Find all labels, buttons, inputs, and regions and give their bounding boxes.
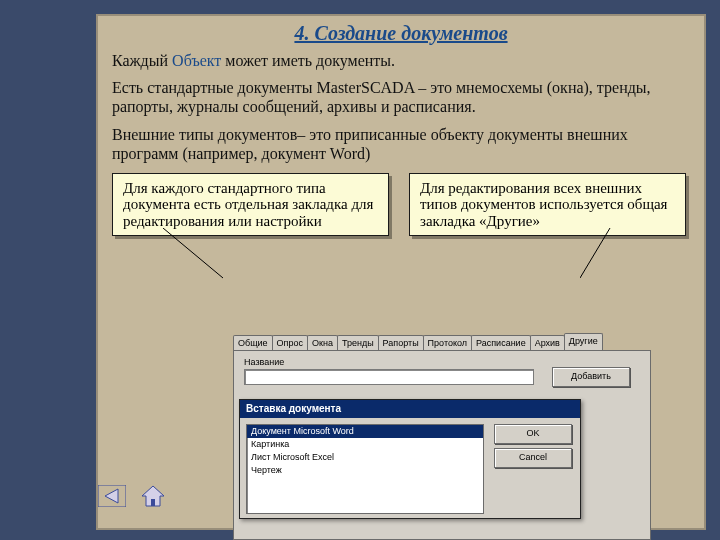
tab-panel: Название Добавить Вставка документа Доку… [233,350,651,540]
callout-right-connector [580,228,630,288]
svg-marker-3 [105,489,118,503]
home-icon[interactable] [140,484,166,508]
callout-left-connector [163,228,233,288]
tab-общие[interactable]: Общие [233,335,273,350]
tab-рапорты[interactable]: Рапорты [378,335,424,350]
insert-dialog: Вставка документа Документ Microsoft Wor… [239,399,581,519]
dialog-body: Документ Microsoft WordКартинкаЛист Micr… [240,418,580,518]
svg-rect-5 [151,499,155,506]
tab-тренды[interactable]: Тренды [337,335,379,350]
slide-frame: 4. Создание документов Каждый Объект мож… [96,14,706,530]
callout-left: Для каждого стандартного типа документа … [112,173,389,237]
callout-right: Для редактирования всех внешних типов до… [409,173,686,237]
screenshot: ОбщиеОпросОкнаТрендыРапортыПротоколРаспи… [233,334,651,539]
add-button[interactable]: Добавить [552,367,630,387]
cancel-button[interactable]: Cancel [494,448,572,468]
tab-опрос[interactable]: Опрос [272,335,308,350]
list-item[interactable]: Документ Microsoft Word [247,425,483,438]
p1-post: может иметь документы. [221,52,395,69]
document-listbox[interactable]: Документ Microsoft WordКартинкаЛист Micr… [246,424,484,514]
callout-right-text: Для редактирования всех внешних типов до… [420,180,668,229]
nav-controls [98,484,166,508]
tab-архив[interactable]: Архив [530,335,565,350]
name-label: Название [244,357,284,367]
dialog-title: Вставка документа [240,400,580,418]
tabs-row: ОбщиеОпросОкнаТрендыРапортыПротоколРаспи… [233,334,651,350]
callouts-row: Для каждого стандартного типа документа … [98,165,704,237]
svg-line-1 [580,228,610,278]
callout-left-text: Для каждого стандартного типа документа … [123,180,373,229]
paragraph-3: Внешние типы документов– это приписанные… [98,119,704,165]
tab-другие[interactable]: Другие [564,333,603,350]
paragraph-1: Каждый Объект может иметь документы. [98,45,704,72]
p1-pre: Каждый [112,52,172,69]
name-input[interactable] [244,369,534,385]
tab-расписание[interactable]: Расписание [471,335,531,350]
list-item[interactable]: Картинка [247,438,483,451]
prev-icon[interactable] [98,485,126,507]
p1-keyword: Объект [172,52,221,69]
tab-протокол[interactable]: Протокол [423,335,472,350]
list-item[interactable]: Лист Microsoft Excel [247,451,483,464]
svg-line-0 [163,228,223,278]
list-item[interactable]: Чертеж [247,464,483,477]
tab-окна[interactable]: Окна [307,335,338,350]
paragraph-2: Есть стандартные документы MasterSCADA –… [98,72,704,118]
ok-button[interactable]: OK [494,424,572,444]
slide-title: 4. Создание документов [98,16,704,45]
